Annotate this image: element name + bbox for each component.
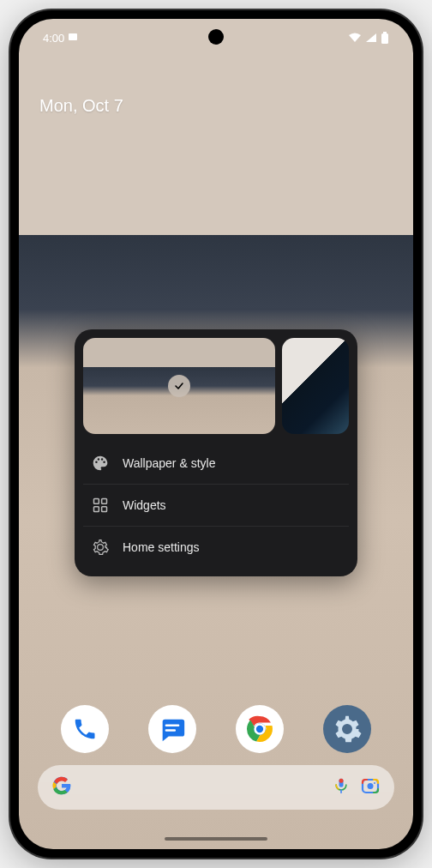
svg-point-9 xyxy=(255,725,265,734)
dock xyxy=(19,705,413,753)
svg-rect-5 xyxy=(94,507,99,512)
wifi-icon xyxy=(348,33,362,43)
svg-rect-0 xyxy=(69,33,77,40)
menu-item-label: Home settings xyxy=(123,540,199,554)
svg-rect-3 xyxy=(94,499,99,504)
app-settings[interactable] xyxy=(323,705,371,753)
lens-icon[interactable] xyxy=(360,775,381,799)
svg-rect-2 xyxy=(381,33,388,44)
phone-frame: 4:00 Mon, Oct 7 xyxy=(10,10,422,858)
home-screen[interactable]: 4:00 Mon, Oct 7 xyxy=(19,19,413,849)
navigation-handle[interactable] xyxy=(165,837,267,841)
search-bar[interactable] xyxy=(38,765,394,810)
widgets-icon xyxy=(92,497,109,514)
svg-point-15 xyxy=(374,782,375,784)
menu-item-label: Wallpaper & style xyxy=(123,456,215,470)
menu-item-widgets[interactable]: Widgets xyxy=(83,484,349,526)
mic-icon[interactable] xyxy=(333,775,350,799)
app-chrome[interactable] xyxy=(236,705,284,753)
wallpaper-previews xyxy=(83,338,349,434)
camera-notch xyxy=(208,29,224,45)
svg-rect-11 xyxy=(339,779,344,783)
clock-text: 4:00 xyxy=(43,32,64,45)
palette-icon xyxy=(92,455,109,472)
wallpaper-preview-alt[interactable] xyxy=(282,338,349,434)
svg-rect-4 xyxy=(102,499,107,504)
check-icon xyxy=(168,375,190,397)
signal-icon xyxy=(365,33,377,43)
wallpaper-preview-selected[interactable] xyxy=(83,338,275,434)
app-phone[interactable] xyxy=(61,705,109,753)
home-context-menu: Wallpaper & style Widgets Home settings xyxy=(75,329,357,576)
date-widget[interactable]: Mon, Oct 7 xyxy=(39,96,123,116)
menu-item-label: Widgets xyxy=(123,498,166,512)
battery-icon xyxy=(381,32,389,44)
notification-badge-icon xyxy=(68,32,78,45)
menu-item-home-settings[interactable]: Home settings xyxy=(83,526,349,568)
menu-item-wallpaper-style[interactable]: Wallpaper & style xyxy=(83,443,349,484)
google-icon xyxy=(51,775,72,799)
svg-rect-1 xyxy=(383,32,387,33)
status-left: 4:00 xyxy=(43,32,78,45)
app-messages[interactable] xyxy=(148,705,196,753)
svg-rect-6 xyxy=(102,507,107,512)
gear-icon xyxy=(92,539,109,556)
svg-point-14 xyxy=(368,783,374,789)
status-right xyxy=(348,32,389,44)
menu-items: Wallpaper & style Widgets Home settings xyxy=(83,443,349,568)
